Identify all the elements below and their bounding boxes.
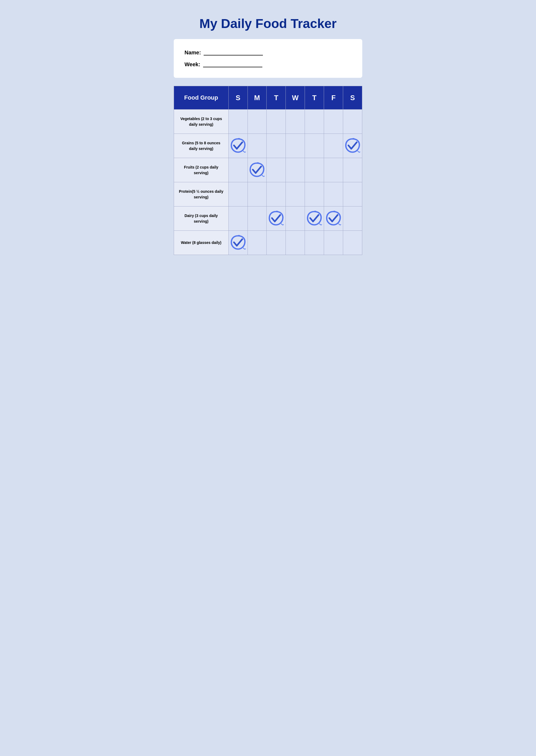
day-header-1: M	[248, 86, 267, 110]
day-cell-3-3[interactable]	[286, 182, 305, 206]
day-header-4: T	[305, 86, 324, 110]
checkmark-icon	[326, 210, 341, 226]
day-cell-4-6[interactable]	[343, 206, 362, 231]
name-underline	[204, 49, 263, 55]
checkmark-icon	[307, 210, 322, 226]
day-cell-4-5[interactable]	[324, 206, 343, 231]
day-cell-3-4[interactable]	[305, 182, 324, 206]
day-cell-1-5[interactable]	[324, 134, 343, 158]
checkmark-icon	[345, 138, 360, 153]
name-label: Name:	[184, 47, 201, 58]
day-cell-4-3[interactable]	[286, 206, 305, 231]
day-cell-3-5[interactable]	[324, 182, 343, 206]
checkmark-icon	[268, 210, 284, 226]
day-cell-5-5[interactable]	[324, 231, 343, 255]
day-cell-2-6[interactable]	[343, 158, 362, 182]
day-cell-3-6[interactable]	[343, 182, 362, 206]
food-group-header: Food Group	[174, 86, 229, 110]
day-cell-0-5[interactable]	[324, 110, 343, 134]
day-header-6: S	[343, 86, 362, 110]
day-cell-5-0[interactable]	[228, 231, 248, 255]
day-cell-0-4[interactable]	[305, 110, 324, 134]
day-cell-5-4[interactable]	[305, 231, 324, 255]
table-row: Protein(5 ½ ounces daily serving)	[174, 182, 362, 206]
day-cell-5-2[interactable]	[267, 231, 286, 255]
day-cell-3-1[interactable]	[248, 182, 267, 206]
day-cell-5-3[interactable]	[286, 231, 305, 255]
tracker-table: Food Group SMTWTFS Vegetables (2 to 3 cu…	[174, 86, 362, 255]
day-cell-2-5[interactable]	[324, 158, 343, 182]
day-cell-1-4[interactable]	[305, 134, 324, 158]
week-field-line: Week:	[184, 58, 352, 70]
day-header-2: T	[267, 86, 286, 110]
day-cell-4-1[interactable]	[248, 206, 267, 231]
day-cell-1-1[interactable]	[248, 134, 267, 158]
checkmark-icon	[230, 138, 246, 153]
day-cell-2-0[interactable]	[228, 158, 248, 182]
food-group-cell-2: Fruits (2 cups daily serving)	[174, 158, 229, 182]
day-cell-4-0[interactable]	[228, 206, 248, 231]
day-cell-3-0[interactable]	[228, 182, 248, 206]
day-cell-0-3[interactable]	[286, 110, 305, 134]
food-group-cell-0: Vegetables (2 to 3 cups daily serving)	[174, 110, 229, 134]
day-cell-3-2[interactable]	[267, 182, 286, 206]
week-label: Week:	[184, 58, 200, 70]
day-header-0: S	[228, 86, 248, 110]
day-cell-2-2[interactable]	[267, 158, 286, 182]
header-row: Food Group SMTWTFS	[174, 86, 362, 110]
table-row: Dairy (3 cups daily serving)	[174, 206, 362, 231]
week-underline	[203, 61, 262, 67]
day-cell-4-2[interactable]	[267, 206, 286, 231]
page: My Daily Food Tracker Name: Week: Food G…	[174, 11, 362, 255]
day-cell-1-6[interactable]	[343, 134, 362, 158]
day-cell-1-3[interactable]	[286, 134, 305, 158]
day-cell-0-0[interactable]	[228, 110, 248, 134]
name-field-line: Name:	[184, 47, 352, 58]
table-row: Vegetables (2 to 3 cups daily serving)	[174, 110, 362, 134]
food-group-cell-3: Protein(5 ½ ounces daily serving)	[174, 182, 229, 206]
day-cell-1-2[interactable]	[267, 134, 286, 158]
day-cell-0-6[interactable]	[343, 110, 362, 134]
page-title: My Daily Food Tracker	[199, 16, 337, 31]
checkmark-icon	[249, 162, 265, 177]
food-group-cell-5: Water (8 glasses daily)	[174, 231, 229, 255]
day-cell-0-1[interactable]	[248, 110, 267, 134]
day-cell-0-2[interactable]	[267, 110, 286, 134]
day-cell-1-0[interactable]	[228, 134, 248, 158]
name-week-box: Name: Week:	[174, 39, 362, 78]
day-cell-5-6[interactable]	[343, 231, 362, 255]
day-cell-4-4[interactable]	[305, 206, 324, 231]
food-group-cell-1: Grains (5 to 8 ounces daily serving)	[174, 134, 229, 158]
table-row: Fruits (2 cups daily serving)	[174, 158, 362, 182]
table-row: Water (8 glasses daily)	[174, 231, 362, 255]
day-cell-2-1[interactable]	[248, 158, 267, 182]
day-header-5: F	[324, 86, 343, 110]
table-row: Grains (5 to 8 ounces daily serving)	[174, 134, 362, 158]
checkmark-icon	[230, 235, 246, 250]
food-group-cell-4: Dairy (3 cups daily serving)	[174, 206, 229, 231]
day-header-3: W	[286, 86, 305, 110]
day-cell-2-4[interactable]	[305, 158, 324, 182]
day-cell-5-1[interactable]	[248, 231, 267, 255]
day-cell-2-3[interactable]	[286, 158, 305, 182]
